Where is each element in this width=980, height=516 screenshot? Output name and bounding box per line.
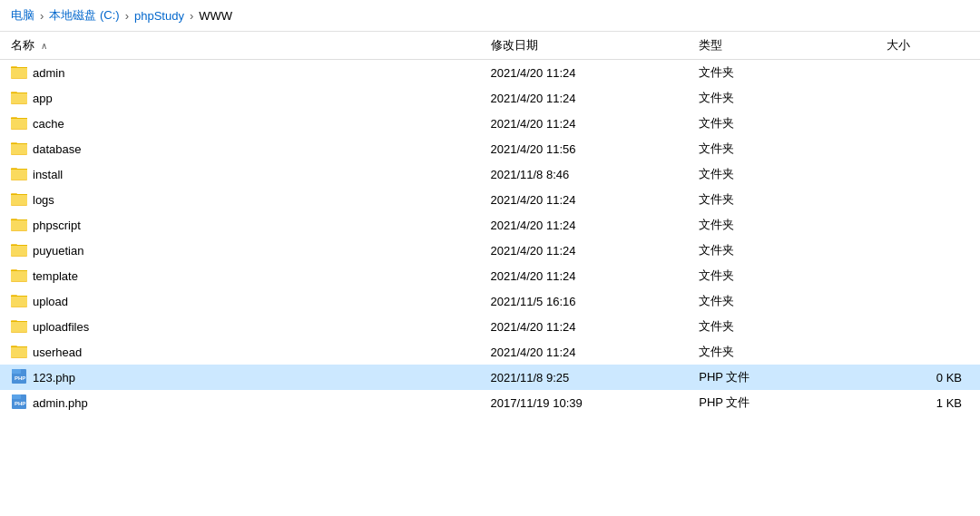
table-row[interactable]: userhead2021/4/20 11:24文件夹 — [0, 339, 980, 365]
svg-rect-8 — [11, 92, 27, 102]
svg-rect-48 — [11, 296, 27, 306]
file-date-cell: 2021/4/20 11:24 — [480, 187, 689, 212]
breadcrumb-bar: 电脑 › 本地磁盘 (C:) › phpStudy › WWW — [0, 0, 980, 32]
table-row[interactable]: cache2021/4/20 11:24文件夹 — [0, 111, 980, 136]
file-date-cell: 2021/4/20 11:24 — [480, 85, 689, 111]
svg-rect-9 — [11, 92, 27, 93]
table-row[interactable]: app2021/4/20 11:24文件夹 — [0, 85, 980, 111]
file-name-label: app — [33, 92, 53, 105]
breadcrumb-drive[interactable]: 本地磁盘 (C:) — [49, 7, 119, 24]
folder-icon — [11, 344, 27, 361]
file-name-cell: install — [0, 161, 417, 187]
breadcrumb-phpstudy[interactable]: phpStudy — [134, 9, 184, 23]
svg-rect-54 — [11, 321, 27, 322]
svg-rect-14 — [11, 118, 27, 119]
svg-rect-49 — [11, 296, 27, 297]
folder-icon — [11, 268, 27, 285]
col-header-name[interactable]: 名称 ∧ — [0, 32, 480, 60]
file-date-cell: 2021/4/20 11:24 — [480, 212, 689, 238]
file-type-cell: PHP 文件 — [688, 390, 876, 415]
file-name-label: userhead — [33, 346, 82, 359]
file-name-cell: database — [0, 136, 417, 161]
svg-rect-43 — [11, 270, 27, 280]
table-row[interactable]: phpscript2021/4/20 11:24文件夹 — [0, 212, 980, 238]
php-file-icon: PHP — [11, 368, 27, 387]
file-name-cell: puyuetian — [0, 238, 417, 263]
svg-rect-24 — [11, 169, 27, 170]
breadcrumb-www: WWW — [199, 9, 232, 23]
table-row[interactable]: logs2021/4/20 11:24文件夹 — [0, 187, 980, 212]
file-date-cell: 2021/4/20 11:24 — [480, 238, 689, 263]
file-type-cell: 文件夹 — [688, 187, 876, 212]
table-row[interactable]: upload2021/11/5 16:16文件夹 — [0, 288, 980, 314]
file-name-cell: uploadfiles — [0, 314, 417, 339]
svg-rect-58 — [11, 346, 27, 356]
folder-icon — [11, 318, 27, 336]
folder-icon — [11, 242, 27, 259]
file-type-cell: 文件夹 — [688, 111, 876, 136]
svg-rect-38 — [11, 245, 27, 255]
file-name-label: install — [33, 168, 63, 181]
svg-rect-34 — [11, 219, 27, 220]
folder-icon — [11, 293, 27, 310]
svg-rect-13 — [11, 118, 27, 128]
file-size-cell — [876, 111, 980, 136]
col-header-size[interactable]: 大小 — [876, 32, 980, 60]
folder-icon — [11, 191, 27, 209]
svg-rect-53 — [11, 321, 27, 331]
file-size-cell — [876, 314, 980, 339]
file-name-cell: upload — [0, 288, 417, 314]
table-row[interactable]: install2021/11/8 8:46文件夹 — [0, 161, 980, 187]
col-header-date[interactable]: 修改日期 — [480, 32, 689, 60]
file-type-cell: 文件夹 — [688, 85, 876, 111]
folder-icon — [11, 64, 27, 82]
col-header-type[interactable]: 类型 — [688, 32, 876, 60]
separator-1: › — [40, 9, 44, 23]
file-type-cell: 文件夹 — [688, 161, 876, 187]
folder-icon — [11, 217, 27, 234]
svg-text:PHP: PHP — [15, 401, 25, 406]
svg-rect-59 — [11, 346, 27, 347]
file-date-cell: 2021/11/5 16:16 — [480, 288, 689, 314]
breadcrumb-computer[interactable]: 电脑 — [11, 7, 34, 24]
table-row[interactable]: PHP admin.php2017/11/19 10:39PHP 文件1 KB — [0, 390, 980, 415]
table-row[interactable]: database2021/4/20 11:56文件夹 — [0, 136, 980, 161]
svg-rect-19 — [11, 143, 27, 144]
file-date-cell: 2021/4/20 11:24 — [480, 263, 689, 288]
table-row[interactable]: uploadfiles2021/4/20 11:24文件夹 — [0, 314, 980, 339]
file-type-cell: 文件夹 — [688, 314, 876, 339]
file-name-cell: PHP admin.php — [0, 390, 417, 415]
folder-icon — [11, 90, 27, 107]
file-name-label: database — [33, 142, 82, 156]
table-row[interactable]: admin2021/4/20 11:24文件夹 — [0, 60, 980, 86]
file-date-cell: 2021/11/8 9:25 — [480, 365, 689, 390]
table-row[interactable]: puyuetian2021/4/20 11:24文件夹 — [0, 238, 980, 263]
file-name-label: puyuetian — [33, 244, 83, 258]
svg-rect-28 — [11, 194, 27, 204]
file-name-label: cache — [33, 117, 64, 131]
table-row[interactable]: PHP 123.php2021/11/8 9:25PHP 文件0 KB — [0, 365, 980, 390]
file-name-cell: logs — [0, 187, 417, 212]
file-date-cell: 2021/11/8 8:46 — [480, 161, 689, 187]
file-date-cell: 2021/4/20 11:24 — [480, 60, 689, 86]
file-name-label: admin.php — [33, 396, 88, 410]
file-date-cell: 2021/4/20 11:24 — [480, 314, 689, 339]
file-size-cell — [876, 85, 980, 111]
table-row[interactable]: template2021/4/20 11:24文件夹 — [0, 263, 980, 288]
svg-rect-23 — [11, 169, 27, 179]
file-name-label: phpscript — [33, 219, 81, 232]
file-size-cell: 1 KB — [876, 390, 980, 415]
file-type-cell: 文件夹 — [688, 212, 876, 238]
svg-rect-39 — [11, 245, 27, 246]
file-name-label: logs — [33, 193, 54, 207]
file-type-cell: 文件夹 — [688, 238, 876, 263]
svg-text:PHP: PHP — [15, 375, 25, 381]
separator-2: › — [125, 9, 129, 23]
file-size-cell — [876, 263, 980, 288]
file-date-cell: 2021/4/20 11:24 — [480, 111, 689, 136]
file-name-cell: PHP 123.php — [0, 365, 417, 390]
file-type-cell: 文件夹 — [688, 288, 876, 314]
file-size-cell — [876, 187, 980, 212]
file-size-cell — [876, 339, 980, 365]
table-header-row: 名称 ∧ 修改日期 类型 大小 — [0, 32, 980, 60]
